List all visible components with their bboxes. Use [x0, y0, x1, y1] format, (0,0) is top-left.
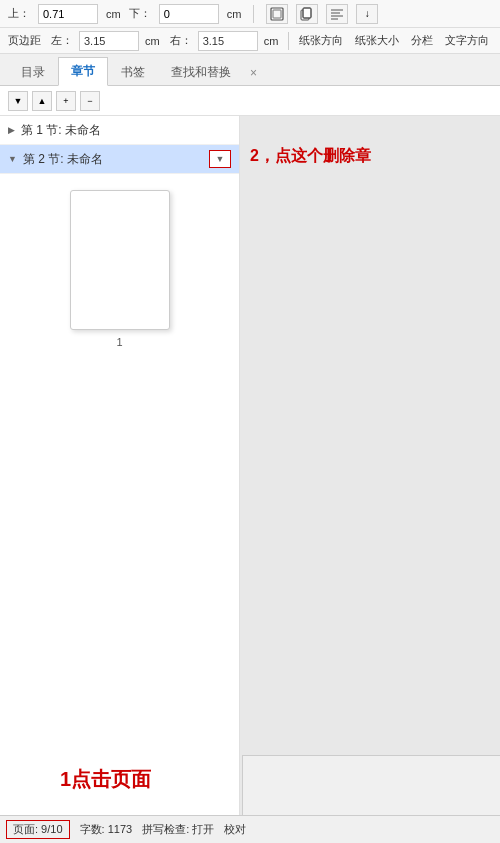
status-words: 字数: 1173 — [80, 822, 133, 837]
svg-rect-3 — [303, 8, 311, 18]
status-pages[interactable]: 页面: 9/10 — [6, 820, 70, 839]
margin-bottom-label: 下： — [129, 6, 151, 21]
toolbar-row1: 上： 0.71 cm 下： 0 cm ↓ — [0, 0, 500, 28]
page-thumbnail-area: 1 — [0, 174, 239, 364]
margin-left-unit: cm — [145, 35, 160, 47]
tab-findreplace[interactable]: 查找和替换 — [158, 58, 244, 86]
page-number: 1 — [16, 336, 223, 348]
chapter-item-1[interactable]: ▶ 第 1 节: 未命名 ▼ — [0, 116, 239, 145]
separator2 — [288, 32, 289, 50]
tab-toc[interactable]: 目录 — [8, 58, 58, 86]
tab-bar: 目录 章节 书签 查找和替换 × — [0, 54, 500, 86]
paper-dir-label[interactable]: 纸张方向 — [299, 33, 343, 48]
panel-toolbar: ▼ ▲ + − — [0, 86, 500, 116]
remove-chapter-btn[interactable]: − — [80, 91, 100, 111]
annotation-text: 2，点这个删除章 — [250, 146, 371, 167]
margin-bottom-unit: cm — [227, 8, 242, 20]
tab-chapters[interactable]: 章节 — [58, 57, 108, 86]
page-layout-icon[interactable] — [266, 4, 288, 24]
left-panel: ▶ 第 1 节: 未命名 ▼ ▼ 第 2 节: 未命名 ▼ 1 — [0, 116, 240, 815]
page-thumbnail[interactable] — [70, 190, 170, 330]
chapter-arrow-1: ▶ — [8, 125, 15, 135]
margin-top-label: 上： — [8, 6, 30, 21]
toolbar-row2: 页边距 左： 3.15 cm 右： 3.15 cm 纸张方向 纸张大小 分栏 文… — [0, 28, 500, 54]
main-content: ▶ 第 1 节: 未命名 ▼ ▼ 第 2 节: 未命名 ▼ 1 2，点这个删除章 — [0, 116, 500, 815]
chapter-dropdown-2[interactable]: ▼ — [209, 150, 231, 168]
margin-top-unit: cm — [106, 8, 121, 20]
tab-close-btn[interactable]: × — [244, 61, 263, 85]
down-arrow-icon[interactable]: ↓ — [356, 4, 378, 24]
separator1 — [253, 5, 254, 23]
move-down-btn[interactable]: ▼ — [8, 91, 28, 111]
status-spell: 拼写检查: 打开 — [142, 822, 214, 837]
right-panel-bottom — [242, 755, 500, 815]
chapter-item-2[interactable]: ▼ 第 2 节: 未命名 ▼ — [0, 145, 239, 174]
move-up-btn[interactable]: ▲ — [32, 91, 52, 111]
chapter-arrow-2: ▼ — [8, 154, 17, 164]
margin-left-key: 左： — [51, 33, 73, 48]
svg-rect-1 — [273, 10, 281, 18]
margin-bottom-input[interactable]: 0 — [159, 4, 219, 24]
chapter-label-2: 第 2 节: 未命名 — [23, 151, 103, 168]
bottom-instruction: 1点击页面 — [60, 766, 151, 793]
right-area: 2，点这个删除章 — [240, 116, 500, 815]
columns-label[interactable]: 分栏 — [411, 33, 433, 48]
margin-right-input[interactable]: 3.15 — [198, 31, 258, 51]
margin-right-key: 右： — [170, 33, 192, 48]
tab-bookmarks[interactable]: 书签 — [108, 58, 158, 86]
chapter-label-1: 第 1 节: 未命名 — [21, 122, 101, 139]
status-bar: 页面: 9/10 字数: 1173 拼写检查: 打开 校对 — [0, 815, 500, 843]
paper-size-label[interactable]: 纸张大小 — [355, 33, 399, 48]
copy-icon[interactable] — [296, 4, 318, 24]
margin-left-label: 页边距 — [8, 33, 41, 48]
text-dir-label[interactable]: 文字方向 — [445, 33, 489, 48]
align-left-icon[interactable] — [326, 4, 348, 24]
margin-right-unit: cm — [264, 35, 279, 47]
margin-top-input[interactable]: 0.71 — [38, 4, 98, 24]
margin-left-input[interactable]: 3.15 — [79, 31, 139, 51]
status-proofread: 校对 — [224, 822, 246, 837]
add-chapter-btn[interactable]: + — [56, 91, 76, 111]
